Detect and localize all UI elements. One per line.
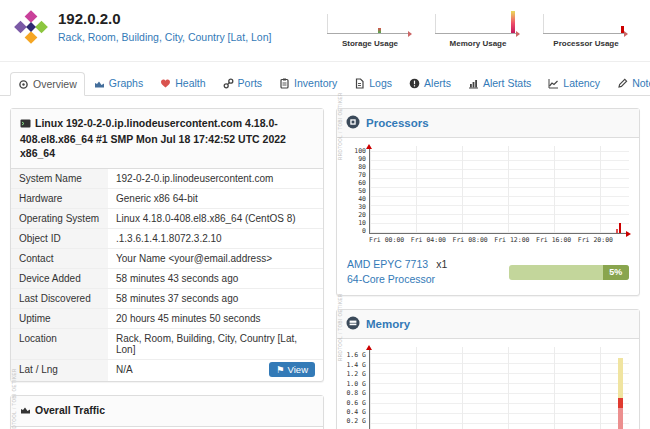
attr-value: N/A ⚑View bbox=[108, 360, 323, 382]
processors-xtick-labels: Fri 00:00Fri 04:00Fri 08:00Fri 12:00Fri … bbox=[369, 236, 629, 244]
view-location-button[interactable]: ⚑View bbox=[269, 362, 315, 377]
tab-health[interactable]: Health bbox=[152, 71, 213, 95]
overview-content: Linux 192-0-2-0.ip.linodeusercontent.com… bbox=[0, 96, 650, 429]
device-title: 192.0.2.0 bbox=[58, 10, 271, 27]
table-row: Last Discovered58 minutes 37 seconds ago bbox=[11, 289, 323, 309]
latlng-value: N/A bbox=[116, 364, 133, 375]
cpu-description: 64-Core Processor bbox=[347, 273, 435, 285]
tick-label: 0.6 G bbox=[346, 399, 366, 407]
attr-label: Operating System bbox=[11, 209, 108, 229]
processor-usage-minigraph[interactable]: Processor Usage bbox=[540, 10, 632, 48]
graph-watermark: RRDTOOL / TOBI OETIKER bbox=[12, 368, 17, 429]
memory-card: Memory RRDTOOL / TOBI OETIKER 1.6 G1.4 G… bbox=[336, 309, 640, 429]
attr-label: Device Added bbox=[11, 269, 108, 289]
tab-label: Alert Stats bbox=[483, 77, 531, 89]
memory-usage-sparkline bbox=[433, 10, 523, 38]
table-row: Lat / Lng N/A ⚑View bbox=[11, 360, 323, 382]
tab-label: Alerts bbox=[424, 77, 451, 89]
attr-value: 20 hours 45 minutes 50 seconds bbox=[108, 309, 323, 329]
memory-icon bbox=[346, 316, 360, 332]
tick-label: 30 bbox=[358, 203, 366, 211]
tab-alert-stats[interactable]: Alert Stats bbox=[460, 71, 539, 95]
area-chart-icon bbox=[20, 405, 31, 417]
tab-label: Latency bbox=[563, 77, 600, 89]
tab-alerts[interactable]: Alerts bbox=[401, 71, 459, 95]
table-row: LocationRack, Room, Building, City, Coun… bbox=[11, 329, 323, 360]
processor-usage-spike bbox=[619, 223, 621, 233]
tab-label: Ports bbox=[238, 77, 263, 89]
table-row: Device Added58 minutes 43 seconds ago bbox=[11, 269, 323, 289]
device-attributes-table: System Name192-0-2-0.ip.linodeuserconten… bbox=[11, 169, 323, 381]
tab-label: Overview bbox=[33, 78, 77, 90]
processors-card: Processors RRDTOOL / TOBI OETIKER 100908… bbox=[336, 108, 640, 296]
memory-usage-minigraph[interactable]: Memory Usage bbox=[432, 10, 524, 48]
tick-label: 60 bbox=[358, 179, 366, 187]
cpu-name-link[interactable]: AMD EPYC 7713 bbox=[347, 258, 428, 270]
table-row: Object ID.1.3.6.1.4.1.8072.3.2.10 bbox=[11, 229, 323, 249]
table-row: ContactYour Name <your@email.address> bbox=[11, 249, 323, 269]
file-icon bbox=[354, 78, 365, 89]
overall-traffic-title: Overall Traffic bbox=[35, 404, 105, 416]
tick-label: Fri 12:00 bbox=[494, 236, 529, 244]
memory-usage-label: Memory Usage bbox=[450, 39, 507, 48]
attr-value: .1.3.6.1.4.1.8072.3.2.10 bbox=[108, 229, 323, 249]
tick-label: Fri 04:00 bbox=[411, 236, 446, 244]
storage-usage-label: Storage Usage bbox=[342, 39, 398, 48]
memory-title: Memory bbox=[366, 318, 410, 330]
tick-label: 1.2 G bbox=[346, 370, 366, 378]
memory-header: Memory bbox=[337, 310, 639, 339]
processors-title: Processors bbox=[366, 117, 429, 129]
tab-overview[interactable]: Overview bbox=[10, 72, 85, 96]
table-row: Operating SystemLinux 4.18.0-408.el8.x86… bbox=[11, 209, 323, 229]
tab-label: Notes bbox=[632, 77, 650, 89]
tab-logs[interactable]: Logs bbox=[346, 71, 400, 95]
tab-label: Inventory bbox=[294, 77, 337, 89]
tick-label: 1.4 G bbox=[346, 361, 366, 369]
overview-icon bbox=[18, 79, 29, 90]
overall-traffic-header: Overall Traffic bbox=[11, 396, 323, 427]
tick-label: 10 bbox=[358, 219, 366, 227]
header-mini-graphs: Storage Usage Memory Usage Processor Usa… bbox=[324, 10, 638, 48]
bar-chart-icon bbox=[468, 78, 479, 89]
storage-usage-minigraph[interactable]: Storage Usage bbox=[324, 10, 416, 48]
tab-label: Logs bbox=[369, 77, 392, 89]
device-info-card: Linux 192-0-2-0.ip.linodeusercontent.com… bbox=[10, 108, 324, 382]
attr-value: Linux 4.18.0-408.el8.x86_64 (CentOS 8) bbox=[108, 209, 323, 229]
processors-header: Processors bbox=[337, 109, 639, 138]
storage-usage-sparkline bbox=[325, 10, 415, 38]
tick-label: 80 bbox=[358, 163, 366, 171]
memory-graph[interactable]: RRDTOOL / TOBI OETIKER 1.6 G1.4 G1.2 G1.… bbox=[337, 339, 639, 429]
table-row: HardwareGeneric x86 64-bit bbox=[11, 189, 323, 209]
tick-label: 0.2 G bbox=[346, 417, 366, 425]
tab-latency[interactable]: Latency bbox=[540, 71, 608, 95]
processors-plot-area bbox=[369, 146, 629, 234]
attr-value: Generic x86 64-bit bbox=[108, 189, 323, 209]
tab-label: Graphs bbox=[109, 77, 143, 89]
centos-os-logo-icon bbox=[14, 10, 48, 44]
processors-graph[interactable]: RRDTOOL / TOBI OETIKER 10090807060504030… bbox=[337, 138, 639, 250]
memory-plot-area bbox=[369, 347, 629, 429]
processor-usage-sparkline bbox=[541, 10, 631, 38]
cpu-count: x1 bbox=[436, 258, 447, 270]
tick-label: Fri 20:00 bbox=[578, 236, 613, 244]
view-button-label: View bbox=[288, 364, 308, 375]
tab-ports[interactable]: Ports bbox=[215, 71, 271, 95]
terminal-icon bbox=[20, 118, 31, 130]
processor-usage-label: Processor Usage bbox=[553, 39, 618, 48]
processors-ytick-labels: 1009080706050403020100 bbox=[339, 146, 369, 234]
attr-label: Contact bbox=[11, 249, 108, 269]
tab-notes[interactable]: Notes bbox=[609, 71, 650, 95]
attr-value: 192-0-2-0.ip.linodeusercontent.com bbox=[108, 169, 323, 189]
attr-value: 58 minutes 37 seconds ago bbox=[108, 289, 323, 309]
pencil-icon bbox=[617, 78, 628, 89]
device-overview-page: 192.0.2.0 Rack, Room, Building, City, Co… bbox=[0, 0, 650, 429]
attr-label: Location bbox=[11, 329, 108, 360]
line-chart-icon bbox=[548, 78, 559, 89]
overall-traffic-card: Overall Traffic RRDTOOL / TOBI OETIKER 1… bbox=[10, 395, 324, 429]
device-location-link[interactable]: Rack, Room, Building, City, Country [Lat… bbox=[58, 31, 271, 43]
tab-graphs[interactable]: Graphs bbox=[86, 71, 151, 95]
device-header: 192.0.2.0 Rack, Room, Building, City, Co… bbox=[0, 0, 650, 62]
cpu-usage-fill: 5% bbox=[603, 265, 629, 280]
tab-inventory[interactable]: Inventory bbox=[271, 71, 345, 95]
flag-icon: ⚑ bbox=[276, 364, 285, 375]
